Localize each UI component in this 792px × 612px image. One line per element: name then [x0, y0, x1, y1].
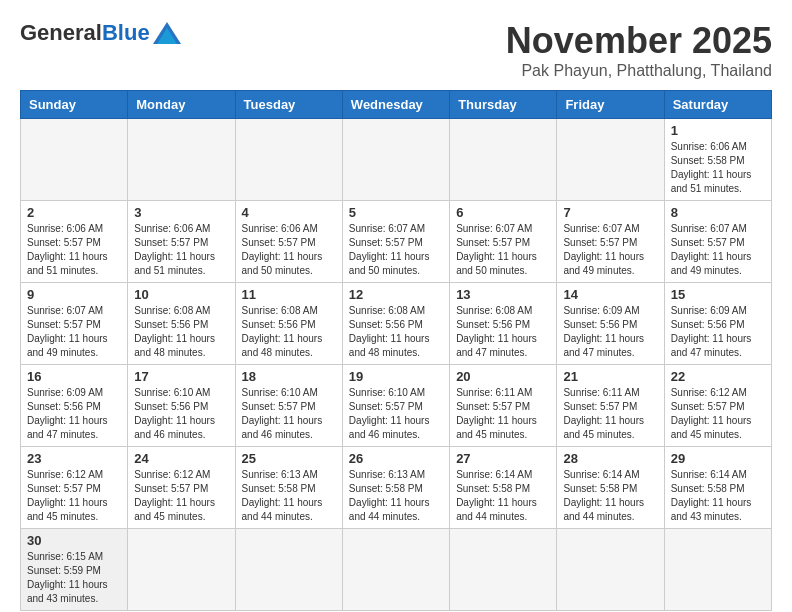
day-number: 8 [671, 205, 765, 220]
day-info: Sunrise: 6:06 AMSunset: 5:57 PMDaylight:… [27, 222, 121, 278]
calendar-cell [342, 529, 449, 611]
day-info: Sunrise: 6:09 AMSunset: 5:56 PMDaylight:… [27, 386, 121, 442]
day-number: 19 [349, 369, 443, 384]
calendar-cell [450, 119, 557, 201]
title-section: November 2025 Pak Phayun, Phatthalung, T… [506, 20, 772, 80]
day-info: Sunrise: 6:08 AMSunset: 5:56 PMDaylight:… [349, 304, 443, 360]
calendar-cell: 12Sunrise: 6:08 AMSunset: 5:56 PMDayligh… [342, 283, 449, 365]
calendar-cell [557, 529, 664, 611]
day-info: Sunrise: 6:11 AMSunset: 5:57 PMDaylight:… [456, 386, 550, 442]
day-number: 12 [349, 287, 443, 302]
day-number: 28 [563, 451, 657, 466]
day-number: 22 [671, 369, 765, 384]
day-info: Sunrise: 6:07 AMSunset: 5:57 PMDaylight:… [671, 222, 765, 278]
day-number: 4 [242, 205, 336, 220]
day-info: Sunrise: 6:13 AMSunset: 5:58 PMDaylight:… [242, 468, 336, 524]
day-number: 14 [563, 287, 657, 302]
calendar-cell: 29Sunrise: 6:14 AMSunset: 5:58 PMDayligh… [664, 447, 771, 529]
day-number: 16 [27, 369, 121, 384]
day-info: Sunrise: 6:07 AMSunset: 5:57 PMDaylight:… [456, 222, 550, 278]
calendar-cell: 10Sunrise: 6:08 AMSunset: 5:56 PMDayligh… [128, 283, 235, 365]
calendar-cell: 27Sunrise: 6:14 AMSunset: 5:58 PMDayligh… [450, 447, 557, 529]
calendar-cell [128, 529, 235, 611]
calendar-cell: 3Sunrise: 6:06 AMSunset: 5:57 PMDaylight… [128, 201, 235, 283]
weekday-header: Monday [128, 91, 235, 119]
calendar-cell: 14Sunrise: 6:09 AMSunset: 5:56 PMDayligh… [557, 283, 664, 365]
calendar-cell: 7Sunrise: 6:07 AMSunset: 5:57 PMDaylight… [557, 201, 664, 283]
day-info: Sunrise: 6:14 AMSunset: 5:58 PMDaylight:… [671, 468, 765, 524]
calendar-week-row: 23Sunrise: 6:12 AMSunset: 5:57 PMDayligh… [21, 447, 772, 529]
calendar-cell: 4Sunrise: 6:06 AMSunset: 5:57 PMDaylight… [235, 201, 342, 283]
calendar-cell: 2Sunrise: 6:06 AMSunset: 5:57 PMDaylight… [21, 201, 128, 283]
day-number: 23 [27, 451, 121, 466]
calendar-week-row: 9Sunrise: 6:07 AMSunset: 5:57 PMDaylight… [21, 283, 772, 365]
calendar-week-row: 16Sunrise: 6:09 AMSunset: 5:56 PMDayligh… [21, 365, 772, 447]
day-info: Sunrise: 6:08 AMSunset: 5:56 PMDaylight:… [242, 304, 336, 360]
calendar-cell [342, 119, 449, 201]
calendar-cell: 22Sunrise: 6:12 AMSunset: 5:57 PMDayligh… [664, 365, 771, 447]
day-number: 26 [349, 451, 443, 466]
weekday-header: Thursday [450, 91, 557, 119]
day-info: Sunrise: 6:08 AMSunset: 5:56 PMDaylight:… [134, 304, 228, 360]
calendar-cell [21, 119, 128, 201]
day-info: Sunrise: 6:15 AMSunset: 5:59 PMDaylight:… [27, 550, 121, 606]
day-number: 3 [134, 205, 228, 220]
calendar-cell: 6Sunrise: 6:07 AMSunset: 5:57 PMDaylight… [450, 201, 557, 283]
calendar-cell: 13Sunrise: 6:08 AMSunset: 5:56 PMDayligh… [450, 283, 557, 365]
day-info: Sunrise: 6:08 AMSunset: 5:56 PMDaylight:… [456, 304, 550, 360]
page-header: General Blue November 2025 Pak Phayun, P… [20, 20, 772, 80]
logo-general-text: General [20, 20, 102, 46]
weekday-header: Sunday [21, 91, 128, 119]
day-number: 17 [134, 369, 228, 384]
weekday-header: Tuesday [235, 91, 342, 119]
day-number: 10 [134, 287, 228, 302]
day-number: 15 [671, 287, 765, 302]
day-number: 20 [456, 369, 550, 384]
calendar-cell: 17Sunrise: 6:10 AMSunset: 5:56 PMDayligh… [128, 365, 235, 447]
calendar: SundayMondayTuesdayWednesdayThursdayFrid… [20, 90, 772, 611]
day-number: 5 [349, 205, 443, 220]
calendar-cell: 23Sunrise: 6:12 AMSunset: 5:57 PMDayligh… [21, 447, 128, 529]
day-info: Sunrise: 6:10 AMSunset: 5:57 PMDaylight:… [349, 386, 443, 442]
logo: General Blue [20, 20, 181, 46]
calendar-cell: 20Sunrise: 6:11 AMSunset: 5:57 PMDayligh… [450, 365, 557, 447]
location-title: Pak Phayun, Phatthalung, Thailand [506, 62, 772, 80]
day-info: Sunrise: 6:06 AMSunset: 5:57 PMDaylight:… [134, 222, 228, 278]
calendar-cell: 25Sunrise: 6:13 AMSunset: 5:58 PMDayligh… [235, 447, 342, 529]
day-info: Sunrise: 6:12 AMSunset: 5:57 PMDaylight:… [134, 468, 228, 524]
day-number: 13 [456, 287, 550, 302]
day-number: 2 [27, 205, 121, 220]
day-number: 27 [456, 451, 550, 466]
calendar-cell: 5Sunrise: 6:07 AMSunset: 5:57 PMDaylight… [342, 201, 449, 283]
calendar-cell [664, 529, 771, 611]
calendar-cell: 30Sunrise: 6:15 AMSunset: 5:59 PMDayligh… [21, 529, 128, 611]
day-info: Sunrise: 6:10 AMSunset: 5:56 PMDaylight:… [134, 386, 228, 442]
month-title: November 2025 [506, 20, 772, 62]
day-info: Sunrise: 6:07 AMSunset: 5:57 PMDaylight:… [349, 222, 443, 278]
calendar-cell: 15Sunrise: 6:09 AMSunset: 5:56 PMDayligh… [664, 283, 771, 365]
day-info: Sunrise: 6:12 AMSunset: 5:57 PMDaylight:… [671, 386, 765, 442]
day-info: Sunrise: 6:09 AMSunset: 5:56 PMDaylight:… [563, 304, 657, 360]
day-info: Sunrise: 6:12 AMSunset: 5:57 PMDaylight:… [27, 468, 121, 524]
calendar-cell: 21Sunrise: 6:11 AMSunset: 5:57 PMDayligh… [557, 365, 664, 447]
calendar-cell: 24Sunrise: 6:12 AMSunset: 5:57 PMDayligh… [128, 447, 235, 529]
day-number: 18 [242, 369, 336, 384]
weekday-header: Saturday [664, 91, 771, 119]
day-info: Sunrise: 6:06 AMSunset: 5:58 PMDaylight:… [671, 140, 765, 196]
day-number: 11 [242, 287, 336, 302]
calendar-cell [235, 119, 342, 201]
calendar-cell: 8Sunrise: 6:07 AMSunset: 5:57 PMDaylight… [664, 201, 771, 283]
calendar-cell: 19Sunrise: 6:10 AMSunset: 5:57 PMDayligh… [342, 365, 449, 447]
weekday-header: Wednesday [342, 91, 449, 119]
day-info: Sunrise: 6:14 AMSunset: 5:58 PMDaylight:… [563, 468, 657, 524]
calendar-cell: 9Sunrise: 6:07 AMSunset: 5:57 PMDaylight… [21, 283, 128, 365]
day-info: Sunrise: 6:11 AMSunset: 5:57 PMDaylight:… [563, 386, 657, 442]
day-number: 9 [27, 287, 121, 302]
day-number: 7 [563, 205, 657, 220]
calendar-cell: 26Sunrise: 6:13 AMSunset: 5:58 PMDayligh… [342, 447, 449, 529]
day-info: Sunrise: 6:06 AMSunset: 5:57 PMDaylight:… [242, 222, 336, 278]
day-number: 25 [242, 451, 336, 466]
logo-icon [153, 22, 181, 44]
day-info: Sunrise: 6:09 AMSunset: 5:56 PMDaylight:… [671, 304, 765, 360]
day-number: 24 [134, 451, 228, 466]
